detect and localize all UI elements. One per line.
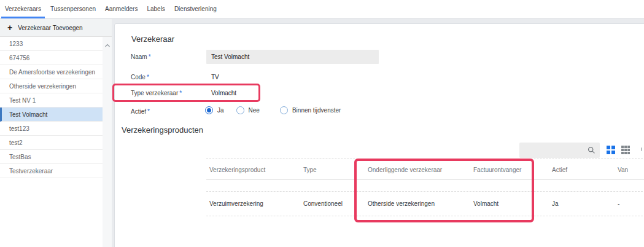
add-insurer-button[interactable]: + Verzekeraar Toevoegen	[0, 19, 112, 37]
actief-label: Actief*	[131, 108, 150, 115]
column-header-type[interactable]: Type	[303, 159, 317, 181]
list-item[interactable]: test2	[0, 136, 103, 150]
tab-label: Tussenpersonen	[50, 6, 96, 12]
tab-dienstverlening[interactable]: Dienstverlening	[171, 0, 220, 18]
required-marker: *	[147, 74, 149, 80]
tab-labels[interactable]: Labels	[143, 0, 168, 18]
list-item[interactable]: Test NV 1	[0, 93, 103, 108]
products-section-title: Verzekeringsproducten	[122, 125, 203, 135]
search-input[interactable]	[519, 143, 586, 158]
column-header-onderliggende-verzekeraar[interactable]: Onderliggende verzekeraar	[368, 159, 442, 181]
table-row[interactable]: Verzuimverzekering Conventioneel Othersi…	[206, 192, 644, 216]
cell-onderliggende-verzekeraar: Otherside verzekeringen	[368, 192, 435, 216]
list-item[interactable]: TestBas	[0, 150, 103, 164]
code-value: TV	[211, 74, 219, 80]
list-item[interactable]: 674756	[0, 51, 103, 65]
cell-verzekeringsproduct: Verzuimverzekering	[209, 192, 263, 216]
type-verzekeraar-value: Volmacht	[211, 90, 236, 96]
radio-option-nee[interactable]: Nee	[236, 106, 260, 114]
radio-label: Binnen tijdvenster	[292, 107, 341, 114]
clipped-icon-fragment	[641, 147, 642, 151]
cell-factuurontvanger: Volmacht	[473, 192, 499, 216]
search-icon[interactable]	[588, 146, 596, 154]
column-header-van[interactable]: Van	[618, 159, 628, 181]
active-tab-underline	[1, 17, 45, 18]
table-spacer-row	[206, 180, 644, 192]
tab-tussenpersonen[interactable]: Tussenpersonen	[47, 0, 99, 18]
table-header-row: Verzekeringsproduct Type Onderliggende v…	[206, 159, 644, 180]
cell-actief: Ja	[552, 192, 559, 216]
cell-type: Conventioneel	[303, 192, 343, 216]
tab-label: Labels	[147, 6, 165, 12]
tab-label: Aanmelders	[105, 6, 138, 12]
radio-label: Ja	[217, 107, 224, 114]
code-label: Code*	[131, 74, 149, 80]
naam-label: Naam*	[131, 53, 151, 60]
list-item[interactable]: Otherside verzekeringen	[0, 79, 103, 93]
type-verzekeraar-label: Type verzekeraar*	[131, 90, 182, 96]
list-item[interactable]: 1233	[0, 37, 103, 51]
radio-option-ja[interactable]: Ja	[205, 106, 224, 114]
insurer-sidebar: + Verzekeraar Toevoegen 1233 674756 De A…	[0, 19, 112, 247]
radio-option-binnen-tijdvenster[interactable]: Binnen tijdvenster	[280, 106, 341, 114]
insurer-list: 1233 674756 De Amersfoortse verzekeringe…	[0, 37, 103, 178]
cell-van: -	[618, 192, 619, 216]
column-header-factuurontvanger[interactable]: Factuurontvanger	[473, 159, 521, 181]
required-marker: *	[179, 90, 182, 96]
naam-input[interactable]	[206, 50, 379, 64]
required-marker: *	[147, 108, 150, 115]
tab-label: Dienstverlening	[174, 6, 217, 12]
radio-icon-checked[interactable]	[205, 106, 213, 114]
column-header-actief[interactable]: Actief	[552, 159, 567, 181]
column-header-verzekeringsproduct[interactable]: Verzekeringsproduct	[209, 159, 265, 181]
tab-label: Verzekeraars	[5, 6, 41, 12]
products-search-box	[519, 143, 600, 158]
list-item-selected[interactable]: Test Volmacht	[0, 108, 103, 122]
radio-label: Nee	[249, 107, 260, 114]
chevron-up-icon[interactable]	[104, 43, 111, 48]
add-insurer-label: Verzekeraar Toevoegen	[18, 25, 82, 31]
sidebar-scrollbar[interactable]	[103, 37, 112, 247]
panel-title: Verzekeraar	[131, 34, 174, 44]
required-marker: *	[149, 53, 151, 60]
top-nav: Verzekeraars Tussenpersonen Aanmelders L…	[0, 0, 644, 18]
list-item[interactable]: Testverzekeraar	[0, 164, 103, 178]
list-item[interactable]: test123	[0, 122, 103, 136]
radio-icon[interactable]	[236, 106, 244, 114]
products-table: Verzekeringsproduct Type Onderliggende v…	[206, 159, 644, 216]
tab-verzekeraars[interactable]: Verzekeraars	[1, 0, 45, 18]
list-item[interactable]: De Amersfoortse verzekeringen	[0, 65, 103, 79]
radio-icon[interactable]	[280, 106, 288, 114]
grid-view-small-icon[interactable]	[621, 146, 630, 154]
actief-radio-group: Ja Nee Binnen tijdvenster	[205, 106, 341, 114]
insurer-detail-panel: Verzekeraar Naam* Code* TV Type verzeker…	[114, 23, 644, 247]
plus-icon: +	[7, 23, 12, 32]
grid-view-large-icon[interactable]	[607, 146, 615, 154]
tab-aanmelders[interactable]: Aanmelders	[101, 0, 141, 18]
